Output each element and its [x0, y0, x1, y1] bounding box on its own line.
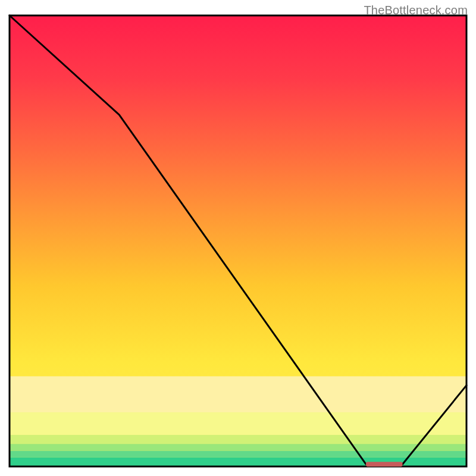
quality-band-4 [10, 412, 466, 435]
watermark-label: TheBottleneck.com [364, 4, 468, 17]
quality-band-3 [10, 435, 466, 444]
quality-band-5 [10, 376, 466, 412]
quality-band-1 [10, 450, 466, 457]
optimal-range-marker [366, 462, 402, 466]
quality-band-2 [10, 444, 466, 450]
chart-canvas [0, 0, 476, 476]
bottleneck-chart: TheBottleneck.com [0, 0, 476, 476]
